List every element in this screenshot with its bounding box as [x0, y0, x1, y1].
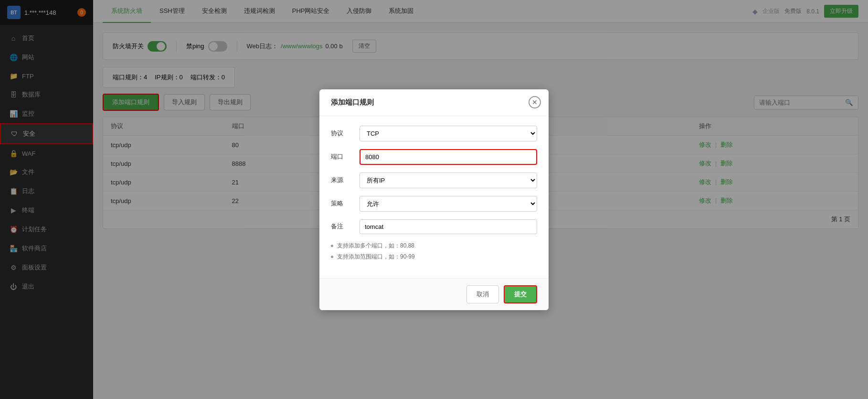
hint-1: 支持添加多个端口，如：80,88 [331, 242, 537, 250]
dialog-close-button[interactable]: ✕ [529, 96, 541, 108]
strategy-label: 策略 [331, 199, 360, 208]
source-select[interactable]: 所有IP 指定IP [360, 173, 537, 188]
remark-input[interactable] [360, 219, 537, 234]
add-port-dialog: 添加端口规则 ✕ 协议 TCP UDP TCP/UDP 端口 来源 所 [319, 89, 549, 310]
hint-dot-1 [331, 245, 333, 247]
hint-2: 支持添加范围端口，如：90-99 [331, 253, 537, 261]
strategy-select[interactable]: 允许 拒绝 [360, 196, 537, 212]
hint-text-1: 支持添加多个端口，如：80,88 [337, 242, 414, 250]
protocol-label: 协议 [331, 129, 360, 138]
form-row-remark: 备注 [331, 219, 537, 234]
dialog-footer: 取消 提交 [319, 278, 549, 310]
hints-area: 支持添加多个端口，如：80,88 支持添加范围端口，如：90-99 [331, 242, 537, 269]
modal-overlay: 添加端口规则 ✕ 协议 TCP UDP TCP/UDP 端口 来源 所 [0, 0, 868, 399]
dialog-body: 协议 TCP UDP TCP/UDP 端口 来源 所有IP 指定IP [319, 116, 549, 278]
hint-text-2: 支持添加范围端口，如：90-99 [337, 253, 415, 261]
form-row-strategy: 策略 允许 拒绝 [331, 196, 537, 212]
hint-dot-2 [331, 256, 333, 258]
form-row-protocol: 协议 TCP UDP TCP/UDP [331, 126, 537, 141]
cancel-button[interactable]: 取消 [466, 285, 499, 303]
submit-button[interactable]: 提交 [504, 285, 537, 303]
port-input[interactable] [360, 149, 537, 165]
remark-label: 备注 [331, 222, 360, 231]
port-label: 端口 [331, 152, 360, 161]
form-row-port: 端口 [331, 149, 537, 165]
protocol-select[interactable]: TCP UDP TCP/UDP [360, 126, 537, 141]
source-label: 来源 [331, 176, 360, 184]
form-row-source: 来源 所有IP 指定IP [331, 173, 537, 188]
dialog-title: 添加端口规则 [319, 89, 549, 116]
